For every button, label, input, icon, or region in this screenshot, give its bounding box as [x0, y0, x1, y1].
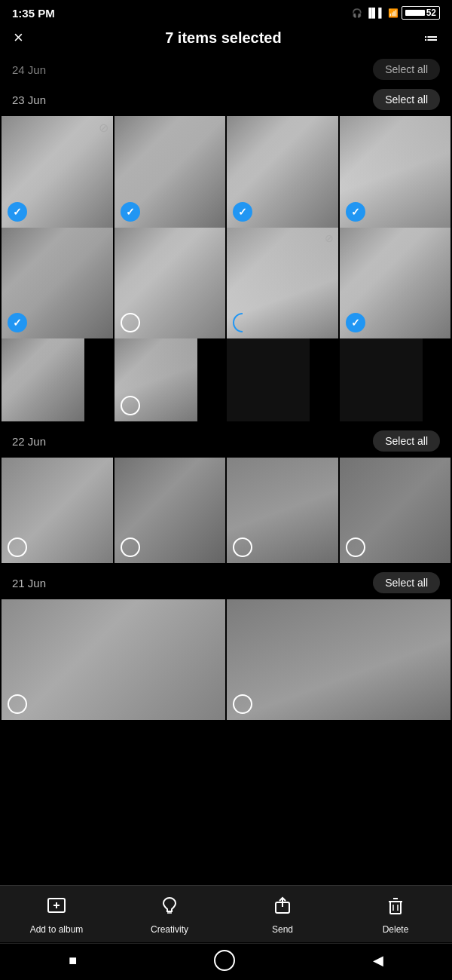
- photo-cell-empty: [227, 338, 310, 421]
- photo-grid-22jun: [0, 458, 452, 563]
- date-label-21jun: 21 Jun: [12, 577, 46, 590]
- section-23jun: 23 Jun Select all: [0, 84, 452, 116]
- photo-cell[interactable]: [115, 458, 226, 563]
- photo-grid-21jun: [0, 599, 452, 720]
- section-24jun: 24 Jun Select all: [0, 56, 452, 84]
- selection-indicator[interactable]: [121, 202, 140, 222]
- date-label-23jun: 23 Jun: [12, 93, 46, 106]
- photo-cell[interactable]: [2, 458, 113, 563]
- selection-indicator[interactable]: [8, 537, 27, 557]
- photo-cell[interactable]: [2, 599, 225, 720]
- selection-indicator[interactable]: [346, 313, 365, 332]
- bottom-toolbar: Add to album Creativity Send: [0, 885, 452, 942]
- svg-rect-6: [390, 902, 401, 914]
- wifi-icon: 📶: [388, 8, 399, 18]
- photo-cell[interactable]: [115, 228, 226, 339]
- photo-cell[interactable]: [227, 458, 338, 563]
- selection-indicator[interactable]: [233, 694, 252, 714]
- delete-button[interactable]: Delete: [365, 895, 426, 935]
- photo-cell[interactable]: ⊘: [2, 116, 113, 228]
- date-label-24jun: 24 Jun: [12, 63, 46, 76]
- close-button[interactable]: ×: [14, 29, 23, 46]
- status-bar: 1:35 PM 🎧 ▐▌▌ 📶 52: [0, 0, 452, 23]
- status-time: 1:35 PM: [12, 7, 55, 20]
- selection-indicator[interactable]: [346, 537, 365, 557]
- menu-button[interactable]: ≔: [423, 29, 438, 47]
- photo-cell[interactable]: [227, 599, 450, 720]
- photo-cell[interactable]: [227, 116, 338, 228]
- add-to-album-button[interactable]: Add to album: [26, 895, 87, 935]
- cloud-off-icon: ⊘: [325, 232, 334, 244]
- cloud-off-icon: ⊘: [99, 121, 108, 135]
- selection-indicator[interactable]: [233, 202, 252, 222]
- send-label: Send: [272, 924, 293, 935]
- select-all-21jun[interactable]: Select all: [373, 572, 440, 593]
- select-all-23jun[interactable]: Select all: [373, 89, 440, 110]
- nav-square-button[interactable]: ■: [69, 953, 77, 969]
- photo-grid-23jun-row1: ⊘: [0, 116, 452, 228]
- creativity-button[interactable]: Creativity: [139, 895, 200, 935]
- nav-bar: ■ ◀: [0, 943, 452, 980]
- delete-icon: [385, 895, 406, 920]
- selection-indicator[interactable]: [121, 313, 140, 332]
- nav-home-button[interactable]: [214, 950, 235, 971]
- photo-grid-23jun-row2: ⊘: [0, 228, 452, 339]
- photo-cell[interactable]: [2, 228, 113, 339]
- delete-label: Delete: [383, 924, 409, 935]
- photo-grid-23jun-row3: [0, 338, 452, 421]
- selection-indicator[interactable]: [233, 537, 252, 557]
- section-22jun: 22 Jun Select all: [0, 426, 452, 458]
- creativity-label: Creativity: [151, 924, 188, 935]
- photo-cell[interactable]: [340, 458, 451, 563]
- selection-indicator[interactable]: [346, 202, 365, 222]
- selection-indicator[interactable]: [121, 396, 140, 415]
- photo-cell[interactable]: [115, 338, 197, 421]
- selection-indicator[interactable]: [121, 537, 140, 557]
- selection-indicator[interactable]: [8, 694, 27, 714]
- select-all-22jun[interactable]: Select all: [373, 430, 440, 452]
- photo-cell[interactable]: [2, 338, 84, 421]
- section-21jun: 21 Jun Select all: [0, 568, 452, 599]
- status-icons: 🎧 ▐▌▌ 📶 52: [352, 6, 440, 20]
- nav-back-button[interactable]: ◀: [373, 952, 383, 969]
- selection-indicator[interactable]: [8, 202, 27, 222]
- selection-indicator[interactable]: [8, 313, 27, 332]
- header: × 7 items selected ≔: [0, 23, 452, 56]
- page-title: 7 items selected: [165, 29, 282, 47]
- photo-cell[interactable]: [340, 116, 451, 228]
- select-all-24jun[interactable]: Select all: [373, 59, 440, 80]
- creativity-icon: [159, 895, 180, 920]
- photo-cell-empty: [340, 338, 423, 421]
- add-to-album-icon: [46, 895, 67, 920]
- photo-cell[interactable]: [340, 228, 451, 339]
- headphone-icon: 🎧: [352, 8, 362, 18]
- add-to-album-label: Add to album: [30, 924, 84, 935]
- battery-icon: 52: [402, 6, 440, 20]
- signal-icon: ▐▌▌: [365, 8, 385, 18]
- send-button[interactable]: Send: [252, 895, 313, 935]
- photo-cell[interactable]: [115, 116, 226, 228]
- send-icon: [272, 895, 293, 920]
- photo-cell[interactable]: ⊘: [227, 228, 338, 339]
- date-label-22jun: 22 Jun: [12, 435, 46, 448]
